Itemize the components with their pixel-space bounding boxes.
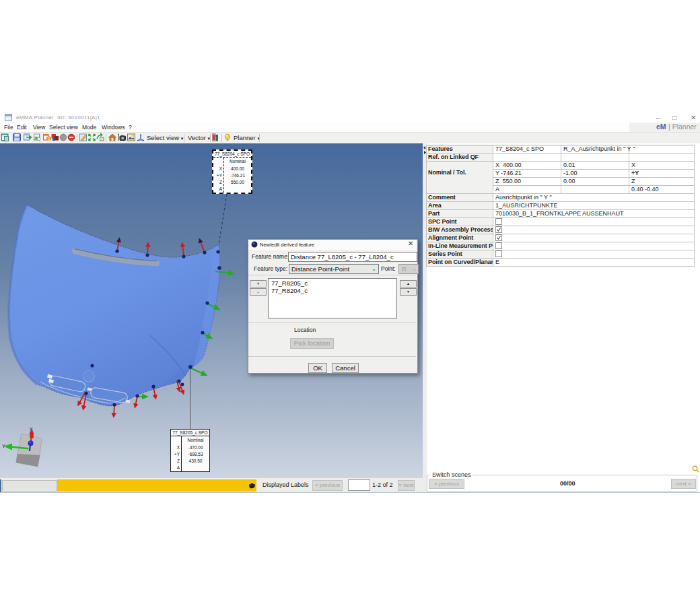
- svg-text:X: X: [30, 426, 33, 432]
- svg-text:Y: Y: [2, 443, 5, 449]
- svg-text:8: 8: [47, 137, 50, 141]
